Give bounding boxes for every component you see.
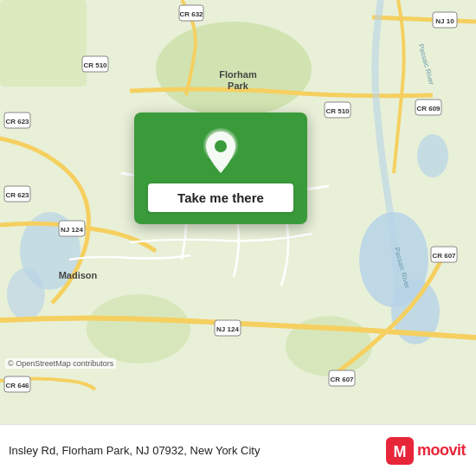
svg-text:CR 623: CR 623 [5, 191, 29, 199]
bottom-bar: Insley Rd, Florham Park, NJ 07932, New Y… [0, 424, 476, 476]
svg-text:NJ 124: NJ 124 [216, 325, 239, 333]
svg-text:NJ 124: NJ 124 [61, 226, 83, 234]
moovit-logo: M moovit [386, 437, 466, 465]
svg-text:CR 510: CR 510 [325, 107, 350, 115]
svg-point-40 [215, 140, 227, 152]
moovit-label: moovit [417, 441, 466, 460]
svg-text:Florham: Florham [219, 69, 257, 80]
osm-attribution: © OpenStreetMap contributors [5, 358, 116, 369]
svg-text:CR 623: CR 623 [5, 118, 29, 125]
svg-text:CR 607: CR 607 [432, 252, 456, 260]
svg-text:CR 510: CR 510 [83, 61, 107, 69]
map-container: CR 632 CR 510 CR 510 NJ 10 CR 623 CR 623… [0, 0, 476, 424]
svg-text:M: M [393, 443, 406, 460]
svg-point-4 [7, 268, 45, 320]
svg-text:CR 609: CR 609 [416, 105, 441, 113]
take-me-there-button[interactable]: Take me there [148, 183, 293, 212]
svg-text:CR 646: CR 646 [5, 382, 29, 389]
svg-text:CR 632: CR 632 [179, 10, 203, 18]
svg-text:Park: Park [228, 80, 249, 91]
moovit-icon: M [386, 437, 414, 465]
svg-text:Madison: Madison [59, 270, 98, 280]
svg-point-5 [417, 134, 448, 177]
location-pin-icon [202, 128, 240, 175]
address-text: Insley Rd, Florham Park, NJ 07932, New Y… [9, 444, 386, 457]
svg-rect-9 [0, 0, 87, 87]
location-card: Take me there [134, 113, 307, 224]
svg-text:NJ 10: NJ 10 [435, 17, 454, 25]
svg-text:CR 607: CR 607 [330, 376, 354, 383]
svg-point-7 [87, 294, 190, 363]
